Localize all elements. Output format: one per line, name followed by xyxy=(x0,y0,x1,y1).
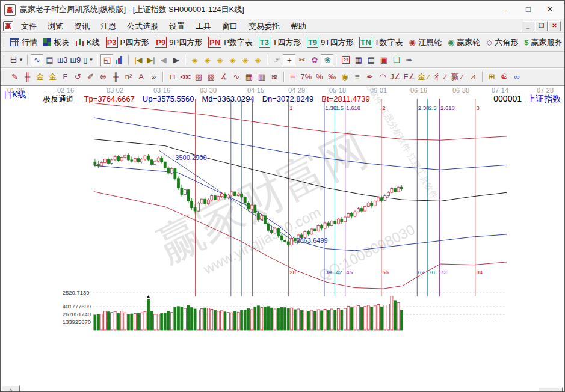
arc-button[interactable]: ◠ xyxy=(376,71,389,83)
price-grid-button[interactable]: ╫ xyxy=(110,71,122,83)
notes-button[interactable]: ▤ xyxy=(365,54,377,66)
menu-trade[interactable]: 交易委托 xyxy=(243,20,285,32)
mdi-close-button[interactable]: ✕ xyxy=(548,21,561,31)
pan-hand-button[interactable]: ☞ xyxy=(270,54,283,66)
prev-bar-button[interactable]: ◀ xyxy=(157,54,170,66)
nine-p-square-button[interactable]: P99P四方形 xyxy=(152,36,205,49)
gann-gold-button[interactable]: 金 xyxy=(34,71,46,83)
maximize-button[interactable]: □ xyxy=(517,1,539,19)
menu-settings[interactable]: 设置 xyxy=(164,20,190,32)
menu-gann[interactable]: 江恩 xyxy=(95,20,122,32)
winner-wheel-button[interactable]: ◉赢家轮 xyxy=(445,37,483,49)
gold-angle-button[interactable]: 金∠ xyxy=(416,71,433,83)
compress-h-button[interactable]: ◈ xyxy=(214,54,226,66)
angle-lines-button[interactable]: ∡ xyxy=(218,71,230,83)
retrace7-button[interactable]: 7% xyxy=(300,71,313,83)
winner-service-button[interactable]: $赢家服务 xyxy=(521,37,565,49)
grid-lines-button[interactable]: ╫ xyxy=(21,71,34,83)
mdi-minimize-button[interactable]: _ xyxy=(522,21,534,31)
save-button[interactable]: ▣ xyxy=(377,54,390,66)
p-number-table-button[interactable]: PNP数字表 xyxy=(205,36,256,49)
data-manage-button[interactable]: ❏ xyxy=(390,54,403,66)
permille-button[interactable]: ‰ xyxy=(326,71,338,83)
next-bar-button[interactable]: ▶ xyxy=(170,54,182,66)
wave-tool-button[interactable]: ∿ xyxy=(230,71,243,83)
close-button[interactable]: ✕ xyxy=(539,1,561,19)
more-tools-button[interactable]: » xyxy=(147,71,160,83)
scale-button[interactable]: ≣ xyxy=(287,71,300,83)
menu-help[interactable]: 帮助 xyxy=(285,20,312,32)
period-day-button[interactable]: 日▼ xyxy=(8,54,25,66)
gann-wheel-button[interactable]: ◉江恩轮 xyxy=(406,37,445,49)
menu-window[interactable]: 窗口 xyxy=(217,20,243,32)
time-cycle-button[interactable]: ⊕ xyxy=(97,71,110,83)
infinity-button[interactable]: ∞ xyxy=(511,71,523,83)
matrix-button[interactable]: ▦ xyxy=(243,71,256,83)
t-number-table-button[interactable]: TNT数字表 xyxy=(356,36,406,49)
percent-button[interactable]: % xyxy=(313,71,326,83)
calculator-button[interactable]: ▦ xyxy=(352,54,365,66)
crosshair-button[interactable]: ＋ xyxy=(283,54,295,66)
expand-all-button[interactable]: ◈ xyxy=(252,54,264,66)
gann-gold2-button[interactable]: 金 xyxy=(46,71,59,83)
last-bar-button[interactable]: ▶| xyxy=(144,54,157,66)
scroll-right-button[interactable]: → xyxy=(539,387,563,392)
expand-h-button[interactable]: ◈ xyxy=(226,54,239,66)
kline-button[interactable]: K线 xyxy=(72,37,103,49)
menu-file[interactable]: 文件 xyxy=(16,20,42,32)
square-cycle-button[interactable]: ⊞ xyxy=(486,71,498,83)
compress-all-button[interactable]: ◈ xyxy=(239,54,252,66)
gann-box-button[interactable]: ▨ xyxy=(193,71,205,83)
taiji-button[interactable]: ☯ xyxy=(498,71,511,83)
spiral-button[interactable]: ↺ xyxy=(72,71,84,83)
hatch-button[interactable]: ≋ xyxy=(268,71,281,83)
fan-lines-button[interactable]: ⋘ xyxy=(179,71,193,83)
gold-circle-button[interactable]: ◉ xyxy=(338,71,351,83)
menu-tools[interactable]: 工具 xyxy=(190,20,217,32)
annotate-button[interactable]: ✂ xyxy=(295,54,308,66)
matrix2-button[interactable]: ▥ xyxy=(256,71,268,83)
first-bar-button[interactable]: |◀ xyxy=(132,54,144,66)
fib-button[interactable]: F xyxy=(59,71,72,83)
scroll-up-button[interactable]: △ xyxy=(2,385,20,392)
wave9-button[interactable]: ш9 xyxy=(69,54,82,66)
p-square-button[interactable]: P3P四方形 xyxy=(103,36,152,49)
shift-left-button[interactable]: ◈ xyxy=(188,54,201,66)
menu-news[interactable]: 资讯 xyxy=(69,20,95,32)
kline-extra-button[interactable]: ◱ xyxy=(100,54,113,66)
region-view-button[interactable]: ∿ xyxy=(31,54,43,66)
quotes-button[interactable]: 行情 xyxy=(7,37,40,49)
gold-levels-button[interactable]: ≡ xyxy=(351,71,363,83)
draw-pen-button[interactable]: ✎ xyxy=(8,71,21,83)
j-angle-button[interactable]: J∠ xyxy=(389,71,402,83)
gann-grid-button[interactable]: ▧ xyxy=(205,71,218,83)
hexagon-button[interactable]: ◇六角形 xyxy=(483,37,521,49)
minimize-button[interactable]: – xyxy=(496,1,517,19)
candle-style-button[interactable]: ▯▼ xyxy=(82,54,94,66)
price-volume-chart[interactable]: 赢家财富网www.yingjia360.comQQ:1008098030赢家江恩… xyxy=(1,86,565,392)
rect-tool-button[interactable]: ⊓ xyxy=(166,71,179,83)
walk-angle-button[interactable]: 彳∠ xyxy=(433,71,450,83)
flower-tool-button[interactable]: ✿ xyxy=(308,54,321,66)
info-view-button[interactable]: ▤ xyxy=(43,54,56,66)
menu-browse[interactable]: 浏览 xyxy=(42,20,69,32)
marker-pen-button[interactable]: ✐ xyxy=(84,71,97,83)
calendar-button[interactable]: 21 xyxy=(339,54,352,66)
menu-formula-stock-pick[interactable]: 公式选股 xyxy=(122,20,164,32)
win-angle-button[interactable]: 嬴∠ xyxy=(450,71,467,83)
f-angle-button[interactable]: F∠ xyxy=(402,71,416,83)
color-chart-button[interactable] xyxy=(113,54,126,66)
shift-right-button[interactable]: ◈ xyxy=(201,54,214,66)
nine-t-square-button[interactable]: T99T四方形 xyxy=(304,36,356,49)
t-square-button[interactable]: T3T四方形 xyxy=(256,36,304,49)
tri-angle-button[interactable]: ⊿ xyxy=(467,71,480,83)
pattern-tool-button[interactable]: ❀ xyxy=(321,54,333,66)
mdi-restore-button[interactable]: ❐ xyxy=(535,21,548,31)
sectors-button[interactable]: 板块 xyxy=(40,37,72,49)
ink-pen-button[interactable]: ✒ xyxy=(363,71,376,83)
diamond-right-icon: ◈ xyxy=(205,55,211,66)
n-square-button[interactable]: n² xyxy=(122,71,135,83)
export-button[interactable]: ➠ xyxy=(403,54,415,66)
cursor-a-button[interactable]: A xyxy=(135,71,147,83)
wave3-button[interactable]: ш3 xyxy=(56,54,69,66)
